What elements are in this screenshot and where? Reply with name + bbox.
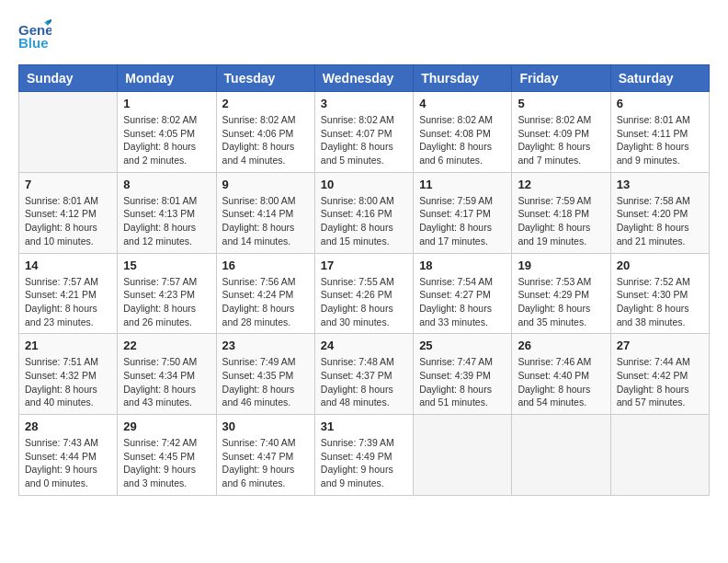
logo: General Blue [18,18,51,55]
day-info: Sunrise: 7:48 AM Sunset: 4:37 PM Dayligh… [321,355,407,409]
day-cell: 31Sunrise: 7:39 AM Sunset: 4:49 PM Dayli… [314,415,413,496]
week-row-3: 14Sunrise: 7:57 AM Sunset: 4:21 PM Dayli… [19,253,710,334]
day-number: 22 [123,339,210,352]
day-cell: 14Sunrise: 7:57 AM Sunset: 4:21 PM Dayli… [19,253,118,334]
day-number: 14 [25,259,111,272]
day-cell: 25Sunrise: 7:47 AM Sunset: 4:39 PM Dayli… [414,334,512,415]
day-number: 21 [25,339,111,352]
day-cell [19,92,118,173]
day-info: Sunrise: 8:01 AM Sunset: 4:11 PM Dayligh… [617,113,703,167]
day-info: Sunrise: 7:40 AM Sunset: 4:47 PM Dayligh… [222,436,309,490]
weekday-header-sunday: Sunday [19,65,118,92]
day-cell: 13Sunrise: 7:58 AM Sunset: 4:20 PM Dayli… [610,172,709,253]
day-info: Sunrise: 7:59 AM Sunset: 4:17 PM Dayligh… [419,194,506,248]
day-info: Sunrise: 8:00 AM Sunset: 4:16 PM Dayligh… [321,194,407,248]
day-number: 28 [25,419,111,433]
day-number: 6 [617,97,703,110]
day-info: Sunrise: 7:43 AM Sunset: 4:44 PM Dayligh… [25,436,111,490]
day-cell: 20Sunrise: 7:52 AM Sunset: 4:30 PM Dayli… [610,253,709,334]
day-cell: 24Sunrise: 7:48 AM Sunset: 4:37 PM Dayli… [314,334,413,415]
day-number: 26 [518,339,604,352]
day-info: Sunrise: 8:02 AM Sunset: 4:06 PM Dayligh… [222,113,309,167]
day-number: 3 [321,97,407,110]
day-number: 9 [222,178,309,191]
day-cell: 15Sunrise: 7:57 AM Sunset: 4:23 PM Dayli… [118,253,216,334]
day-info: Sunrise: 7:52 AM Sunset: 4:30 PM Dayligh… [617,275,703,329]
day-info: Sunrise: 7:59 AM Sunset: 4:18 PM Dayligh… [518,194,604,248]
day-cell [512,415,610,496]
day-info: Sunrise: 7:42 AM Sunset: 4:45 PM Dayligh… [123,436,210,490]
day-number: 15 [123,259,210,272]
day-number: 2 [222,97,309,110]
day-number: 18 [419,259,506,272]
day-number: 8 [123,178,210,191]
day-cell: 12Sunrise: 7:59 AM Sunset: 4:18 PM Dayli… [512,172,610,253]
week-row-2: 7Sunrise: 8:01 AM Sunset: 4:12 PM Daylig… [19,172,710,253]
day-info: Sunrise: 7:58 AM Sunset: 4:20 PM Dayligh… [617,194,703,248]
day-info: Sunrise: 8:02 AM Sunset: 4:08 PM Dayligh… [419,113,506,167]
weekday-header-saturday: Saturday [610,65,709,92]
day-number: 23 [222,339,309,352]
day-info: Sunrise: 7:55 AM Sunset: 4:26 PM Dayligh… [321,275,407,329]
day-cell: 27Sunrise: 7:44 AM Sunset: 4:42 PM Dayli… [610,334,709,415]
calendar: SundayMondayTuesdayWednesdayThursdayFrid… [18,64,710,496]
day-number: 31 [321,419,407,433]
day-cell: 30Sunrise: 7:40 AM Sunset: 4:47 PM Dayli… [216,415,314,496]
day-cell: 16Sunrise: 7:56 AM Sunset: 4:24 PM Dayli… [216,253,314,334]
day-number: 10 [321,178,407,191]
day-number: 4 [419,97,506,110]
day-info: Sunrise: 7:57 AM Sunset: 4:21 PM Dayligh… [25,275,111,329]
weekday-header-friday: Friday [512,65,610,92]
day-number: 11 [419,178,506,191]
day-info: Sunrise: 8:01 AM Sunset: 4:12 PM Dayligh… [25,194,111,248]
day-info: Sunrise: 7:54 AM Sunset: 4:27 PM Dayligh… [419,275,506,329]
day-cell: 17Sunrise: 7:55 AM Sunset: 4:26 PM Dayli… [314,253,413,334]
day-cell: 23Sunrise: 7:49 AM Sunset: 4:35 PM Dayli… [216,334,314,415]
logo-icon: General Blue [18,18,51,55]
day-cell: 29Sunrise: 7:42 AM Sunset: 4:45 PM Dayli… [118,415,216,496]
day-info: Sunrise: 7:39 AM Sunset: 4:49 PM Dayligh… [321,436,407,490]
day-info: Sunrise: 7:44 AM Sunset: 4:42 PM Dayligh… [617,355,703,409]
day-info: Sunrise: 7:47 AM Sunset: 4:39 PM Dayligh… [419,355,506,409]
day-cell: 26Sunrise: 7:46 AM Sunset: 4:40 PM Dayli… [512,334,610,415]
weekday-header-tuesday: Tuesday [216,65,314,92]
day-info: Sunrise: 7:57 AM Sunset: 4:23 PM Dayligh… [123,275,210,329]
week-row-4: 21Sunrise: 7:51 AM Sunset: 4:32 PM Dayli… [19,334,710,415]
day-info: Sunrise: 7:50 AM Sunset: 4:34 PM Dayligh… [123,355,210,409]
day-info: Sunrise: 7:53 AM Sunset: 4:29 PM Dayligh… [518,275,604,329]
day-cell: 11Sunrise: 7:59 AM Sunset: 4:17 PM Dayli… [414,172,512,253]
day-info: Sunrise: 8:02 AM Sunset: 4:07 PM Dayligh… [321,113,407,167]
week-row-1: 1Sunrise: 8:02 AM Sunset: 4:05 PM Daylig… [19,92,710,173]
day-number: 27 [617,339,703,352]
day-cell: 8Sunrise: 8:01 AM Sunset: 4:13 PM Daylig… [118,172,216,253]
day-number: 25 [419,339,506,352]
day-info: Sunrise: 7:51 AM Sunset: 4:32 PM Dayligh… [25,355,111,409]
day-cell: 10Sunrise: 8:00 AM Sunset: 4:16 PM Dayli… [314,172,413,253]
day-number: 17 [321,259,407,272]
svg-text:Blue: Blue [18,35,49,51]
day-number: 30 [222,419,309,433]
day-number: 24 [321,339,407,352]
day-cell: 1Sunrise: 8:02 AM Sunset: 4:05 PM Daylig… [118,92,216,173]
day-cell: 4Sunrise: 8:02 AM Sunset: 4:08 PM Daylig… [414,92,512,173]
day-cell: 2Sunrise: 8:02 AM Sunset: 4:06 PM Daylig… [216,92,314,173]
day-number: 7 [25,178,111,191]
day-info: Sunrise: 7:56 AM Sunset: 4:24 PM Dayligh… [222,275,309,329]
day-number: 5 [518,97,604,110]
day-info: Sunrise: 7:46 AM Sunset: 4:40 PM Dayligh… [518,355,604,409]
day-cell: 28Sunrise: 7:43 AM Sunset: 4:44 PM Dayli… [19,415,118,496]
day-cell [414,415,512,496]
day-info: Sunrise: 8:01 AM Sunset: 4:13 PM Dayligh… [123,194,210,248]
day-number: 13 [617,178,703,191]
day-cell: 18Sunrise: 7:54 AM Sunset: 4:27 PM Dayli… [414,253,512,334]
weekday-header-row: SundayMondayTuesdayWednesdayThursdayFrid… [19,65,710,92]
day-info: Sunrise: 7:49 AM Sunset: 4:35 PM Dayligh… [222,355,309,409]
day-info: Sunrise: 8:00 AM Sunset: 4:14 PM Dayligh… [222,194,309,248]
day-cell: 6Sunrise: 8:01 AM Sunset: 4:11 PM Daylig… [610,92,709,173]
weekday-header-monday: Monday [118,65,216,92]
header: General Blue [18,18,710,55]
day-number: 20 [617,259,703,272]
day-cell: 9Sunrise: 8:00 AM Sunset: 4:14 PM Daylig… [216,172,314,253]
day-cell: 5Sunrise: 8:02 AM Sunset: 4:09 PM Daylig… [512,92,610,173]
day-cell: 7Sunrise: 8:01 AM Sunset: 4:12 PM Daylig… [19,172,118,253]
